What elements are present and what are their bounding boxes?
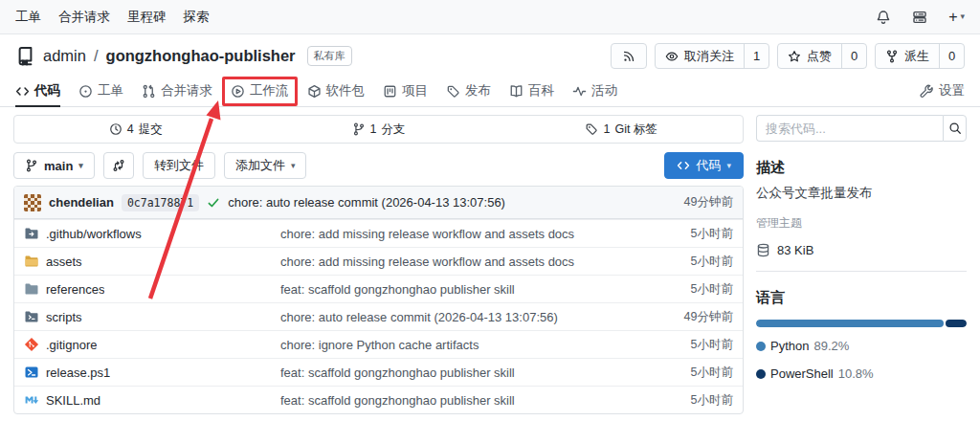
code-search-button[interactable] (943, 115, 967, 142)
commit-author[interactable]: chendelian (49, 195, 114, 210)
tab-settings[interactable]: 设置 (920, 76, 965, 106)
file-link[interactable]: SKILL.md (46, 393, 100, 408)
unwatch-button[interactable]: 取消关注 1 (655, 43, 769, 69)
code-icon (15, 84, 30, 99)
tab-pulls[interactable]: 合并请求 (142, 76, 212, 106)
compare-button[interactable] (103, 152, 134, 179)
nav-item-pulls[interactable]: 合并请求 (58, 9, 110, 26)
file-link[interactable]: references (46, 282, 104, 297)
legend-item-powershell[interactable]: PowerShell 10.8% (756, 366, 874, 381)
tab-issues-label: 工单 (98, 82, 123, 100)
search-icon (948, 122, 962, 135)
repo-owner-link[interactable]: admin (43, 47, 86, 65)
repo-action-buttons: 取消关注 1 点赞 0 派生 0 (611, 43, 965, 69)
file-commit-time: 5小时前 (647, 365, 733, 381)
file-link[interactable]: assets (46, 255, 82, 269)
add-file-button[interactable]: 添加文件 ▾ (224, 152, 307, 179)
manage-topics-link[interactable]: 管理主题 (756, 215, 967, 232)
create-new-button[interactable]: + ▾ (948, 9, 965, 26)
language-bar-python[interactable] (756, 320, 944, 327)
tab-projects[interactable]: 项目 (383, 76, 428, 106)
commits-label: 提交 (139, 122, 163, 138)
clock-icon (109, 122, 122, 136)
file-name-cell: release.ps1 (24, 365, 280, 380)
tab-wiki[interactable]: 百科 (509, 76, 554, 106)
tab-activity[interactable]: 活动 (572, 76, 617, 106)
branches-label: 分支 (381, 122, 405, 138)
file-commit-time: 5小时前 (647, 254, 733, 270)
folder-icon (24, 281, 39, 297)
markdown-file-icon (24, 392, 39, 408)
repo-sidebar: 描述 公众号文章批量发布 管理主题 83 KiB 语言 Python 89.2% (756, 107, 967, 414)
file-link[interactable]: .gitignore (46, 338, 97, 352)
commit-message[interactable]: chore: auto release commit (2026-04-13 1… (228, 195, 676, 210)
tags-stat[interactable]: 1 Git 标签 (500, 122, 743, 138)
nav-item-explore[interactable]: 探索 (184, 9, 210, 26)
fork-button[interactable]: 派生 0 (875, 43, 965, 69)
file-commit-message[interactable]: chore: ignore Python cache artifacts (280, 338, 647, 352)
repo-path-separator: / (94, 47, 99, 65)
file-commit-message[interactable]: feat: scaffold gongzhonghao publisher sk… (280, 282, 647, 297)
commits-stat[interactable]: 4 提交 (14, 122, 257, 138)
tab-workflows[interactable]: 工作流 (231, 76, 289, 106)
unwatch-button-main: 取消关注 (656, 44, 744, 68)
legend-item-python[interactable]: Python 89.2% (756, 339, 849, 353)
commit-hash-badge[interactable]: 0c7a178871 (122, 194, 199, 211)
file-commit-time: 5小时前 (647, 281, 733, 298)
file-row: SKILL.md feat: scaffold gongzhonghao pub… (14, 386, 743, 413)
code-download-button[interactable]: 代码 ▾ (664, 152, 744, 179)
repo-header: admin / gongzhonghao-publisher 私有库 取消关注 … (0, 34, 980, 76)
fork-count[interactable]: 0 (939, 44, 964, 68)
avatar[interactable] (24, 194, 41, 211)
file-link[interactable]: release.ps1 (46, 365, 110, 380)
chevron-down-icon: ▾ (78, 162, 83, 170)
tab-releases[interactable]: 发布 (446, 76, 491, 106)
code-search-input[interactable] (756, 115, 943, 142)
file-commit-message[interactable]: chore: add missing release workflow and … (280, 227, 647, 241)
latest-commit-row: chendelian 0c7a178871 chore: auto releas… (14, 187, 743, 219)
notifications-button[interactable] (876, 10, 891, 25)
file-row: references feat: scaffold gongzhonghao p… (14, 275, 743, 302)
tab-packages[interactable]: 软件包 (307, 76, 366, 106)
goto-file-button[interactable]: 转到文件 (143, 152, 215, 179)
folder-workflows-icon (24, 226, 39, 241)
nav-item-milestones[interactable]: 里程碑 (127, 9, 167, 26)
bell-icon (876, 10, 891, 25)
file-commit-message[interactable]: chore: add missing release workflow and … (280, 255, 647, 269)
watch-count[interactable]: 1 (744, 44, 768, 68)
file-link[interactable]: .github/workflows (46, 227, 142, 241)
rss-feed-button[interactable] (611, 43, 647, 69)
powershell-color-dot (756, 369, 766, 379)
star-count[interactable]: 0 (841, 44, 866, 68)
repo-size-value: 83 KiB (777, 243, 813, 257)
repo-page: 工单 合并请求 里程碑 探索 + ▾ admin / (0, 0, 980, 443)
tab-code[interactable]: 代码 (15, 76, 60, 106)
book-icon (509, 84, 523, 99)
branches-stat[interactable]: 1 分支 (257, 122, 501, 138)
pull-request-icon (142, 84, 156, 99)
commit-status-success-icon[interactable] (207, 196, 220, 210)
file-commit-message[interactable]: chore: auto release commit (2026-04-13 1… (280, 310, 647, 324)
repo-name-link[interactable]: gongzhonghao-publisher (106, 47, 296, 65)
admin-panel-button[interactable] (912, 10, 927, 25)
tab-issues[interactable]: 工单 (78, 76, 123, 106)
star-button[interactable]: 点赞 0 (777, 43, 867, 69)
file-commit-message[interactable]: feat: scaffold gongzhonghao publisher sk… (280, 393, 647, 408)
chevron-down-icon: ▾ (960, 12, 965, 21)
folder-assets-icon (24, 254, 39, 269)
file-name-cell: references (24, 281, 280, 297)
identicon-image (24, 194, 41, 211)
branch-selector[interactable]: main ▾ (13, 152, 95, 179)
tab-activity-label: 活动 (591, 82, 617, 100)
repo-size: 83 KiB (756, 243, 967, 257)
top-navbar: 工单 合并请求 里程碑 探索 + ▾ (0, 0, 980, 34)
tag-icon (585, 122, 598, 136)
repo-stats-bar: 4 提交 1 分支 1 Git 标签 (13, 115, 744, 144)
tools-icon (920, 84, 934, 99)
package-icon (307, 84, 322, 99)
language-bar-powershell[interactable] (946, 320, 967, 327)
top-nav-actions: + ▾ (876, 9, 965, 26)
file-link[interactable]: scripts (46, 310, 82, 324)
nav-item-issues[interactable]: 工单 (15, 9, 41, 26)
file-commit-message[interactable]: feat: scaffold gongzhonghao publisher sk… (280, 365, 647, 380)
